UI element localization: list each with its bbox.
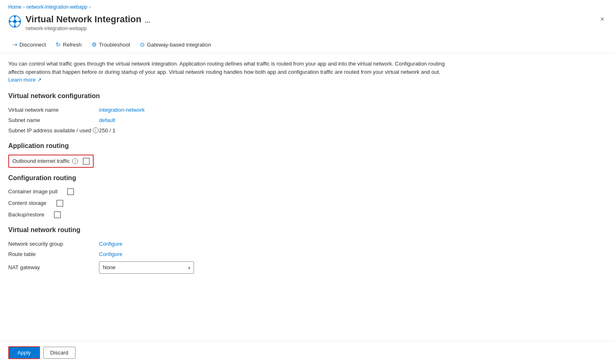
- troubleshoot-button[interactable]: ⚙ Troubleshoot: [87, 39, 134, 50]
- svg-point-8: [9, 21, 11, 23]
- route-table-configure-link[interactable]: Configure: [99, 251, 122, 257]
- gateway-label: Gateway-based integration: [147, 42, 211, 48]
- description-text: You can control what traffic goes throug…: [8, 60, 446, 84]
- header-title-block: Virtual Network Integration ... network-…: [26, 14, 150, 31]
- breadcrumb: Home › network-integration-webapp ›: [0, 0, 614, 12]
- refresh-button[interactable]: ↻ Refresh: [52, 39, 86, 50]
- outbound-internet-label: Outbound internet traffic i: [12, 158, 78, 164]
- content-storage-label: Content storage: [8, 200, 47, 206]
- route-table-label: Route table: [8, 251, 99, 257]
- vnet-config-title: Virtual network configuration: [8, 92, 446, 100]
- route-table-row: Route table Configure: [8, 249, 446, 259]
- app-routing-title: Application routing: [8, 142, 446, 150]
- vnet-routing-section: Virtual network routing Network security…: [8, 226, 446, 276]
- subnet-name-row: Subnet name default: [8, 115, 446, 125]
- vnet-name-row: Virtual network name integration-network: [8, 105, 446, 115]
- config-routing-section: Configuration routing Container image pu…: [8, 174, 446, 220]
- vnet-config-section: Virtual network configuration Virtual ne…: [8, 92, 446, 136]
- container-image-label: Container image pull: [8, 188, 57, 195]
- close-button[interactable]: ×: [599, 14, 606, 25]
- gateway-integration-button[interactable]: ⊙ Gateway-based integration: [136, 39, 215, 50]
- svg-point-1: [13, 20, 17, 23]
- subnet-ip-value: 250 / 1: [99, 127, 116, 134]
- discard-button[interactable]: Discard: [43, 347, 76, 359]
- refresh-icon: ↻: [56, 41, 61, 48]
- subnet-ip-info-icon: i: [93, 127, 99, 133]
- nat-gateway-select[interactable]: None: [99, 261, 194, 274]
- breadcrumb-home[interactable]: Home: [8, 4, 21, 10]
- header-subtitle: network-integration-webapp: [26, 26, 150, 31]
- nat-gateway-dropdown-container: None ∨: [99, 261, 194, 274]
- subnet-name-label: Subnet name: [8, 117, 99, 123]
- container-image-checkbox[interactable]: [67, 188, 74, 195]
- outbound-internet-row: Outbound internet traffic i: [8, 155, 94, 168]
- nsg-row: Network security group Configure: [8, 239, 446, 249]
- app-routing-section: Application routing Outbound internet tr…: [8, 142, 446, 168]
- troubleshoot-label: Troubleshoot: [99, 42, 130, 48]
- svg-point-9: [19, 21, 21, 23]
- vnet-name-label: Virtual network name: [8, 107, 99, 113]
- backup-restore-label: Backup/restore: [8, 211, 44, 218]
- footer: Apply Discard: [0, 341, 614, 364]
- nat-gateway-label: NAT gateway: [8, 264, 99, 270]
- toolbar: ⇢ Disconnect ↻ Refresh ⚙ Troubleshoot ⊙ …: [0, 36, 614, 53]
- header-left: Virtual Network Integration ... network-…: [8, 14, 150, 31]
- page-container: Home › network-integration-webapp ›: [0, 0, 614, 364]
- subnet-ip-row: Subnet IP address available / used i 250…: [8, 125, 446, 136]
- apply-button[interactable]: Apply: [8, 346, 40, 359]
- breadcrumb-app[interactable]: network-integration-webapp: [26, 4, 87, 10]
- vnet-icon: [8, 15, 21, 28]
- svg-point-6: [14, 16, 16, 18]
- subnet-name-value[interactable]: default: [99, 117, 115, 123]
- config-routing-title: Configuration routing: [8, 174, 446, 182]
- gateway-icon: ⊙: [140, 41, 145, 48]
- learn-more-link[interactable]: Learn more ↗: [8, 77, 42, 83]
- header-more-button[interactable]: ...: [145, 17, 150, 24]
- page-title: Virtual Network Integration ...: [26, 14, 150, 25]
- backup-restore-checkbox[interactable]: [54, 211, 61, 218]
- nat-gateway-row: NAT gateway None ∨: [8, 259, 446, 276]
- outbound-internet-info-icon: i: [72, 158, 78, 164]
- vnet-name-value[interactable]: integration-network: [99, 107, 145, 113]
- refresh-label: Refresh: [63, 42, 82, 48]
- troubleshoot-icon: ⚙: [92, 41, 97, 48]
- outbound-internet-checkbox[interactable]: [83, 158, 90, 164]
- subnet-ip-label: Subnet IP address available / used i: [8, 127, 99, 134]
- content-storage-row: Content storage: [8, 198, 446, 208]
- breadcrumb-chevron-2: ›: [89, 5, 91, 9]
- vnet-routing-title: Virtual network routing: [8, 226, 446, 234]
- backup-restore-row: Backup/restore: [8, 210, 446, 220]
- disconnect-button[interactable]: ⇢ Disconnect: [8, 39, 50, 50]
- main-content: You can control what traffic goes throug…: [0, 53, 454, 289]
- content-storage-checkbox[interactable]: [57, 200, 63, 207]
- disconnect-icon: ⇢: [12, 41, 17, 48]
- header: Virtual Network Integration ... network-…: [0, 12, 614, 36]
- nsg-configure-link[interactable]: Configure: [99, 241, 122, 247]
- breadcrumb-chevron-1: ›: [23, 5, 25, 9]
- container-image-row: Container image pull: [8, 187, 446, 197]
- nsg-label: Network security group: [8, 241, 99, 247]
- disconnect-label: Disconnect: [19, 42, 46, 48]
- svg-point-7: [14, 26, 16, 28]
